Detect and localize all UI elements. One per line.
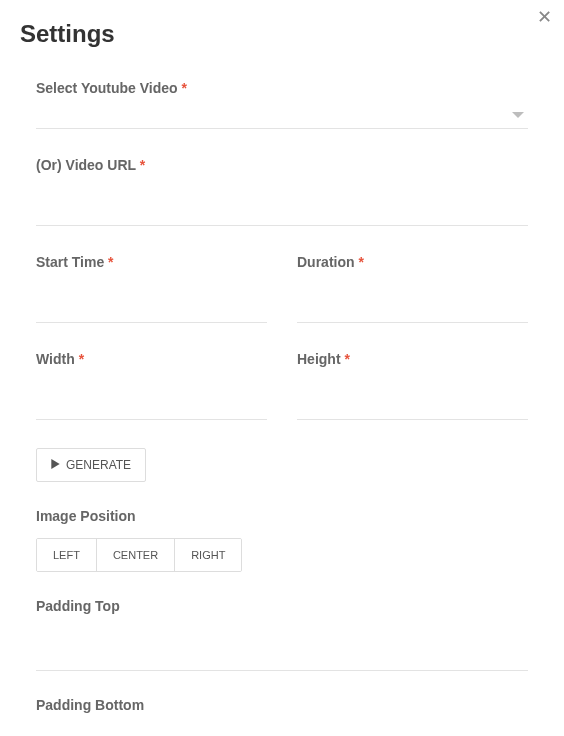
position-left-button[interactable]: LEFT: [37, 539, 97, 571]
label-text: Start Time: [36, 254, 104, 270]
close-icon[interactable]: ✕: [537, 8, 552, 26]
required-mark: *: [358, 254, 363, 270]
field-duration: Duration *: [297, 254, 528, 323]
start-time-input[interactable]: [36, 280, 267, 323]
field-padding-top: Padding Top: [36, 598, 528, 671]
label-duration: Duration *: [297, 254, 528, 270]
width-input[interactable]: [36, 377, 267, 420]
label-select-video: Select Youtube Video *: [36, 80, 528, 96]
required-mark: *: [181, 80, 186, 96]
field-start-time: Start Time *: [36, 254, 267, 323]
label-width: Width *: [36, 351, 267, 367]
label-height: Height *: [297, 351, 528, 367]
label-padding-bottom: Padding Bottom: [36, 697, 528, 713]
position-right-button[interactable]: RIGHT: [175, 539, 241, 571]
settings-panel: Settings Select Youtube Video * (Or) Vid…: [0, 0, 564, 713]
required-mark: *: [108, 254, 113, 270]
position-center-button[interactable]: CENTER: [97, 539, 175, 571]
generate-label: GENERATE: [66, 458, 131, 472]
padding-top-input[interactable]: [36, 628, 528, 671]
page-title: Settings: [20, 20, 544, 48]
image-position-toggle: LEFT CENTER RIGHT: [36, 538, 242, 572]
label-text: Duration: [297, 254, 355, 270]
required-mark: *: [140, 157, 145, 173]
play-icon: [51, 458, 60, 472]
height-input[interactable]: [297, 377, 528, 420]
form-area: Select Youtube Video * (Or) Video URL * …: [20, 80, 544, 713]
label-text: Select Youtube Video: [36, 80, 178, 96]
duration-input[interactable]: [297, 280, 528, 323]
required-mark: *: [79, 351, 84, 367]
field-width: Width *: [36, 351, 267, 420]
field-select-video: Select Youtube Video *: [36, 80, 528, 129]
label-padding-top: Padding Top: [36, 598, 528, 614]
label-text: Width: [36, 351, 75, 367]
field-video-url: (Or) Video URL *: [36, 157, 528, 226]
generate-section: GENERATE: [36, 448, 528, 482]
field-padding-bottom: Padding Bottom: [36, 697, 528, 713]
label-image-position: Image Position: [36, 508, 528, 524]
label-text: (Or) Video URL: [36, 157, 136, 173]
required-mark: *: [344, 351, 349, 367]
generate-button[interactable]: GENERATE: [36, 448, 146, 482]
field-height: Height *: [297, 351, 528, 420]
image-position-section: Image Position LEFT CENTER RIGHT: [36, 508, 528, 572]
youtube-video-select[interactable]: [36, 106, 528, 129]
chevron-down-icon: [512, 112, 524, 118]
label-text: Height: [297, 351, 341, 367]
label-start-time: Start Time *: [36, 254, 267, 270]
label-video-url: (Or) Video URL *: [36, 157, 528, 173]
video-url-input[interactable]: [36, 183, 528, 226]
